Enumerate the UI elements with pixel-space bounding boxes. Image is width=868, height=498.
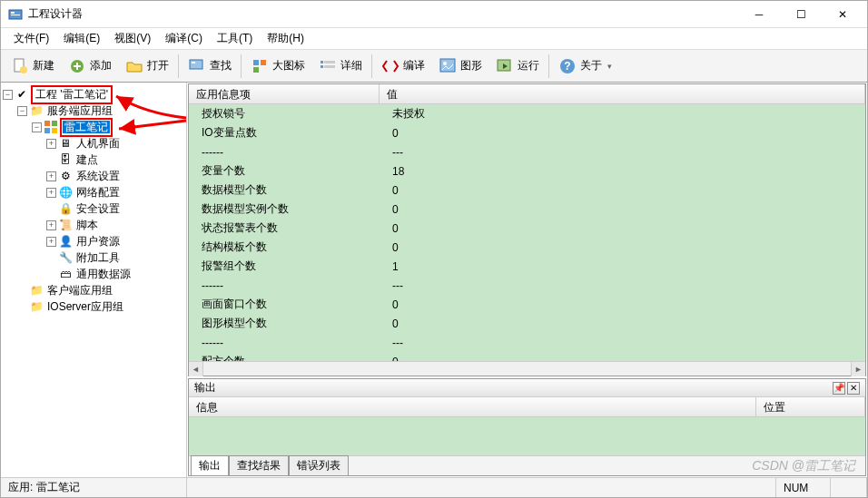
grid-row[interactable]: 报警组个数1 <box>189 257 865 276</box>
compile-icon <box>381 57 399 75</box>
col-item[interactable]: 应用信息项 <box>189 84 380 103</box>
status-bar: 应用: 雷工笔记 NUM <box>1 477 867 497</box>
output-tabs: 输出 查找结果 错误列表 <box>189 455 865 475</box>
open-icon <box>125 57 143 75</box>
cell-key: 数据模型实例个数 <box>189 201 380 217</box>
tree-hmi[interactable]: 人机界面 <box>74 136 122 151</box>
bigicon-button[interactable]: 大图标 <box>244 53 311 80</box>
menu-tool[interactable]: 工具(T) <box>210 29 260 48</box>
find-button[interactable]: 查找 <box>182 53 238 80</box>
project-tree[interactable]: −✔工程 '雷工笔记' −📁服务端应用组 −雷工笔记 +🖥人机界面 🗄建点 +⚙… <box>1 83 187 477</box>
maximize-button[interactable]: ☐ <box>780 2 822 27</box>
svg-rect-1 <box>11 12 15 14</box>
col-value[interactable]: 值 <box>380 84 865 103</box>
tree-ioserver-group[interactable]: IOServer应用组 <box>45 299 125 315</box>
tab-error[interactable]: 错误列表 <box>289 455 349 475</box>
expander-icon[interactable]: − <box>17 106 27 116</box>
col-pos[interactable]: 位置 <box>756 397 865 416</box>
tree-script[interactable]: 脚本 <box>74 218 100 233</box>
menu-compile[interactable]: 编译(C) <box>158 29 210 48</box>
tree-project-selected[interactable]: 雷工笔记 <box>63 121 110 133</box>
expander-icon[interactable]: − <box>32 122 42 132</box>
new-button[interactable]: 新建 <box>5 53 61 80</box>
separator <box>548 54 549 78</box>
cell-value: 0 <box>380 203 865 216</box>
cell-value: 0 <box>380 184 865 197</box>
tab-output[interactable]: 输出 <box>191 455 229 475</box>
expander-icon[interactable]: + <box>46 139 56 149</box>
minimize-button[interactable]: ─ <box>738 2 780 27</box>
grid-row[interactable]: IO变量点数0 <box>189 123 865 142</box>
tree-addtool[interactable]: 附加工具 <box>74 250 122 266</box>
grid-row[interactable]: 授权锁号未授权 <box>189 104 865 123</box>
cell-key: 结构模板个数 <box>189 239 380 255</box>
grid-row[interactable]: 图形模型个数0 <box>189 314 865 333</box>
run-icon <box>496 57 514 75</box>
tree-userres[interactable]: 用户资源 <box>74 234 122 249</box>
scroll-left-icon[interactable]: ◄ <box>189 362 203 376</box>
menu-view[interactable]: 视图(V) <box>107 29 158 48</box>
grid-row[interactable]: 数据模型实例个数0 <box>189 200 865 219</box>
status-num: NUM <box>776 478 831 497</box>
expander-icon[interactable]: + <box>46 237 56 247</box>
expander-icon[interactable]: + <box>46 171 56 181</box>
compile-button[interactable]: 编译 <box>375 53 431 80</box>
detail-button[interactable]: 详细 <box>312 53 369 80</box>
add-button[interactable]: 添加 <box>62 53 118 80</box>
tree-client-group[interactable]: 客户端应用组 <box>45 283 114 298</box>
grid-row[interactable]: --------- <box>189 333 865 352</box>
run-button[interactable]: 运行 <box>489 53 546 80</box>
tree-root[interactable]: 工程 '雷工笔记' <box>34 88 110 101</box>
scroll-right-icon[interactable]: ► <box>851 362 865 376</box>
grid-row[interactable]: 配方个数0 <box>189 352 865 361</box>
expander-icon[interactable]: + <box>46 220 56 230</box>
tree-tags[interactable]: 建点 <box>74 152 100 168</box>
grid-row[interactable]: --------- <box>189 142 865 161</box>
cell-key: 图形模型个数 <box>189 316 380 331</box>
output-header: 信息 位置 <box>189 397 865 417</box>
svg-text:?: ? <box>564 60 570 73</box>
output-body[interactable] <box>189 417 865 455</box>
grid-row[interactable]: 结构模板个数0 <box>189 238 865 257</box>
add-icon <box>68 57 86 75</box>
grid-row[interactable]: --------- <box>189 276 865 295</box>
expander-icon[interactable]: + <box>46 188 56 198</box>
tree-sysset[interactable]: 系统设置 <box>74 169 122 184</box>
grid-row[interactable]: 变量个数18 <box>189 161 865 181</box>
cell-value: 0 <box>380 298 865 311</box>
datasrc-icon: 🗃 <box>58 267 73 281</box>
about-button[interactable]: ?关于▾ <box>552 53 618 80</box>
tree-security[interactable]: 安全设置 <box>74 201 122 217</box>
tree-datasrc[interactable]: 通用数据源 <box>74 267 133 282</box>
pin-icon[interactable]: 📌 <box>833 382 845 395</box>
close-panel-icon[interactable]: ✕ <box>847 382 860 395</box>
tree-server-group[interactable]: 服务端应用组 <box>45 103 114 119</box>
col-info[interactable]: 信息 <box>189 397 756 416</box>
hmi-icon: 🖥 <box>58 136 73 151</box>
folder-icon: 📁 <box>29 283 44 298</box>
menu-edit[interactable]: 编辑(E) <box>56 29 107 48</box>
menu-help[interactable]: 帮助(H) <box>260 29 311 48</box>
grid-row[interactable]: 状态报警表个数0 <box>189 219 865 238</box>
output-title-bar: 输出 📌 ✕ <box>189 379 865 397</box>
svg-rect-13 <box>321 65 323 68</box>
expander-icon[interactable]: − <box>3 90 13 100</box>
cell-value: --- <box>380 146 865 159</box>
svg-point-4 <box>20 66 27 73</box>
cell-key: 报警组个数 <box>189 259 380 274</box>
tab-find[interactable]: 查找结果 <box>229 455 289 475</box>
grid-row[interactable]: 数据模型个数0 <box>189 181 865 200</box>
dropdown-arrow-icon: ▾ <box>607 62 612 71</box>
grid-row[interactable]: 画面窗口个数0 <box>189 295 865 314</box>
cell-key: 状态报警表个数 <box>189 220 380 236</box>
graphic-button[interactable]: 图形 <box>432 53 488 80</box>
close-button[interactable]: ✕ <box>822 2 863 27</box>
open-button[interactable]: 打开 <box>119 53 175 80</box>
cell-value: 0 <box>380 317 865 330</box>
cell-value: 未授权 <box>380 106 865 122</box>
tree-netcfg[interactable]: 网络配置 <box>74 185 122 200</box>
horizontal-scrollbar[interactable]: ◄ ► <box>189 361 865 376</box>
menu-file[interactable]: 文件(F) <box>6 29 56 48</box>
cell-key: ------ <box>189 337 380 349</box>
grid-body[interactable]: 授权锁号未授权IO变量点数0---------变量个数18数据模型个数0数据模型… <box>189 104 865 361</box>
